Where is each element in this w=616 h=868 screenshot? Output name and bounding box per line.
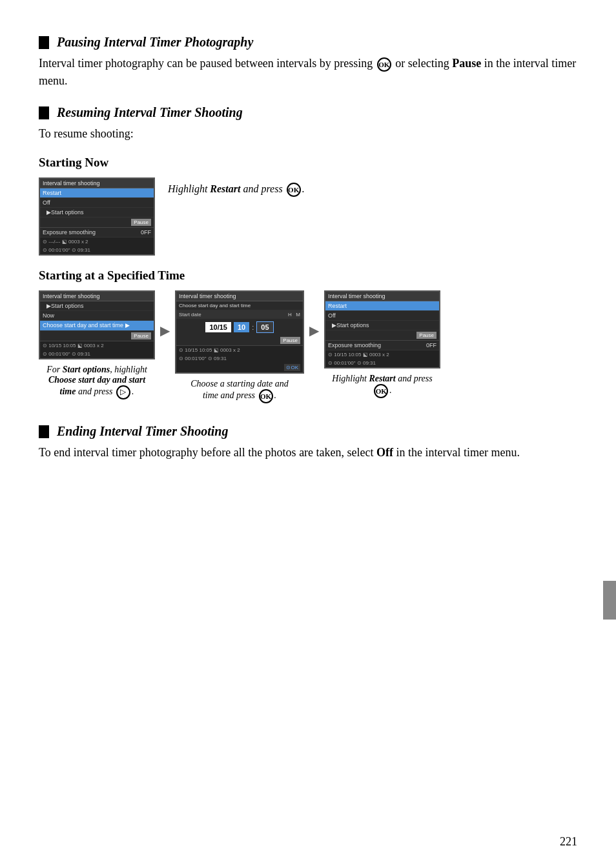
specified-block-3: Interval timer shooting Restart Off ▶Sta…: [324, 290, 440, 398]
section2-heading: Resuming Interval Timer Shooting: [39, 105, 577, 120]
screen3-pause: Pause: [176, 336, 303, 346]
page-number: 221: [560, 835, 577, 849]
screen4-row-restart: Restart: [325, 301, 439, 311]
specified-block-1: Interval timer shooting ▶Start options N…: [39, 290, 155, 399]
screen1-footer: ⊙ ---/--- ⬕ 0003 x 2: [40, 237, 154, 246]
screen1-row-off: Off: [40, 198, 154, 208]
arrow-icon-1: ▷: [116, 385, 130, 399]
screen1-footer2: ⊙ 00:01'00" ⊙ 09:31: [40, 246, 154, 254]
screen2-title: Interval timer shooting: [40, 292, 154, 301]
screen4-pause: Pause: [325, 330, 439, 341]
screen2-row-start: ▶Start options: [40, 301, 154, 311]
screen2-footer2: ⊙ 00:01'00" ⊙ 09:31: [40, 350, 154, 358]
section1-body: Interval timer photography can be paused…: [39, 55, 577, 90]
heading-icon-3: [39, 425, 49, 438]
screen4-row-off: Off: [325, 311, 439, 321]
subsection2-heading: Starting at a Specified Time: [39, 268, 577, 283]
screen1-row-start-options: ▶Start options: [40, 208, 154, 217]
screen2-pause: Pause: [40, 331, 154, 341]
screen3-date-row: 10/15 10 : 05: [176, 319, 303, 336]
arrow-1: ▶: [160, 290, 170, 338]
specified-time-layout: Interval timer shooting ▶Start options N…: [39, 290, 577, 403]
camera-screen-1: Interval timer shooting Restart Off ▶Sta…: [39, 177, 155, 256]
section3-heading: Ending Interval Timer Shooting: [39, 424, 577, 439]
starting-now-layout: Interval timer shooting Restart Off ▶Sta…: [39, 177, 577, 256]
ok-icon-1: OK: [377, 57, 391, 72]
right-tab: [603, 581, 616, 620]
screen4-title: Interval timer shooting: [325, 292, 439, 301]
arrow-2: ▶: [309, 290, 319, 338]
screen3-subtitle: Choose start day and start time: [176, 301, 303, 310]
caption2: For Start options, highlight Choose star…: [45, 365, 149, 399]
screen4-exposure: Exposure smoothing 0FF: [325, 341, 439, 350]
camera-screen-2: Interval timer shooting ▶Start options N…: [39, 290, 155, 359]
caption1: Highlight Restart and press OK.: [168, 183, 305, 197]
screen3-title: Interval timer shooting: [176, 292, 303, 301]
section2-body: To resume shooting:: [39, 125, 577, 143]
camera-screen-4: Interval timer shooting Restart Off ▶Sta…: [324, 290, 440, 368]
screen1-pause: Pause: [40, 217, 154, 228]
ok-icon-3: OK: [259, 389, 273, 403]
heading-icon-1: [39, 36, 49, 49]
screen2-row-choose: Choose start day and start time ▶: [40, 321, 154, 331]
screen1-title: Interval timer shooting: [40, 179, 154, 188]
screen3-footer2: ⊙ 00:01'00" ⊙ 09:31: [176, 354, 303, 363]
subsection1-heading: Starting Now: [39, 156, 577, 170]
screen4-row-start: ▶Start options: [325, 321, 439, 330]
screen1-exposure: Exposure smoothing 0FF: [40, 228, 154, 237]
caption4: Highlight Restart and press OK.: [331, 374, 434, 398]
screen3-footer: ⊙ 10/15 10:05 ⬕ 0003 x 2: [176, 346, 303, 354]
screen3-ok: ⊙OK: [176, 363, 303, 372]
ok-icon-4: OK: [374, 384, 388, 398]
screen2-footer: ⊙ 10/15 10:05 ⬕ 0003 x 2: [40, 341, 154, 350]
ok-icon-2: OK: [287, 183, 301, 197]
screen1-row-restart: Restart: [40, 188, 154, 198]
screen3-hdr: Start date H M: [176, 310, 303, 319]
camera-screen-3: Interval timer shooting Choose start day…: [175, 290, 304, 374]
section3-body: To end interval timer photography before…: [39, 444, 577, 461]
caption3: Choose a starting date and time and pres…: [188, 379, 291, 403]
screen4-footer: ⊙ 10/15 10:05 ⬕ 0003 x 2: [325, 350, 439, 359]
specified-block-2: Interval timer shooting Choose start day…: [175, 290, 304, 403]
heading-icon-2: [39, 106, 49, 119]
screen2-row-now: Now: [40, 311, 154, 321]
section1-heading: Pausing Interval Timer Photography: [39, 35, 577, 50]
screen4-footer2: ⊙ 00:01'00" ⊙ 09:31: [325, 359, 439, 367]
